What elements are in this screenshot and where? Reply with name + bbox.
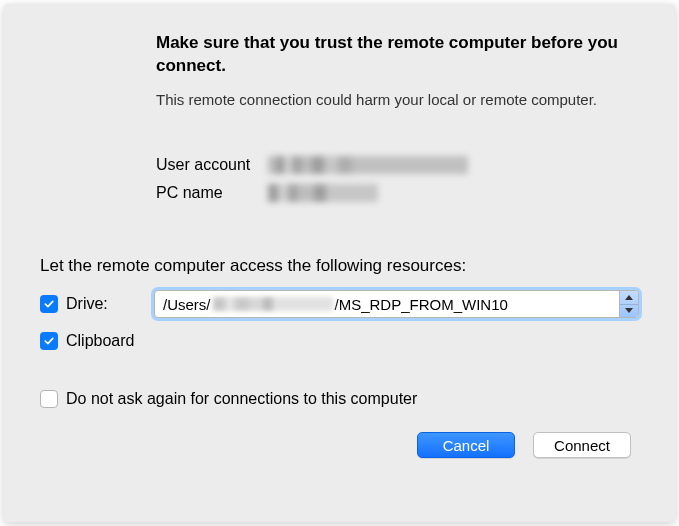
dont-ask-checkbox[interactable] [40,390,58,408]
dialog-button-bar: Cancel Connect [40,432,639,458]
drive-label: Drive: [66,295,108,313]
checkmark-icon [43,298,55,310]
drive-option-row: Drive: /Users/ /MS_RDP_FROM_WIN10 [40,290,639,318]
connect-button[interactable]: Connect [533,432,631,458]
drive-path-prefix: /Users/ [163,296,211,313]
trust-connection-dialog: Make sure that you trust the remote comp… [4,4,675,522]
dont-ask-row: Do not ask again for connections to this… [40,390,639,408]
clipboard-option-row: Clipboard [40,332,639,350]
chevron-down-icon [625,308,633,313]
drive-checkbox[interactable] [40,295,58,313]
user-account-label: User account [156,156,268,174]
access-resources-heading: Let the remote computer access the follo… [40,256,639,276]
user-account-row: User account [156,156,619,174]
drive-path-redacted [213,297,333,311]
clipboard-label: Clipboard [66,332,134,350]
stepper-down-button[interactable] [620,305,638,318]
dialog-title: Make sure that you trust the remote comp… [156,32,619,78]
clipboard-checkbox[interactable] [40,332,58,350]
dialog-subtitle: This remote connection could harm your l… [156,90,619,110]
chevron-up-icon [625,295,633,300]
cancel-button[interactable]: Cancel [417,432,515,458]
stepper-up-button[interactable] [620,291,638,305]
drive-path-field[interactable]: /Users/ /MS_RDP_FROM_WIN10 [154,290,639,318]
pc-name-label: PC name [156,184,268,202]
drive-path-suffix: /MS_RDP_FROM_WIN10 [335,296,508,313]
drive-path-stepper [619,291,638,317]
pc-name-row: PC name [156,184,619,202]
checkmark-icon [43,335,55,347]
pc-name-value-redacted [268,184,378,202]
dialog-header: Make sure that you trust the remote comp… [156,32,619,212]
dont-ask-label: Do not ask again for connections to this… [66,390,417,408]
user-account-value-redacted [268,156,468,174]
